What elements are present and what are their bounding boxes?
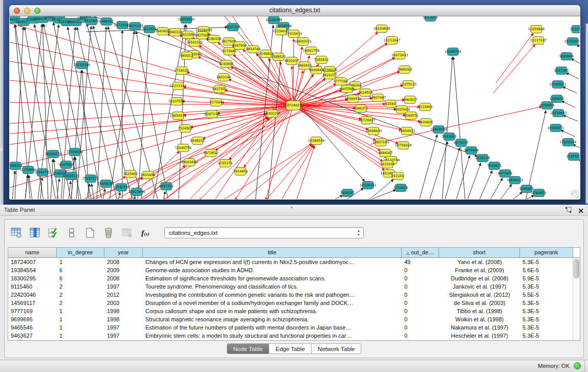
network-canvas[interactable]: 1872400794620921405571471581062069140611… (10, 16, 580, 199)
graph-node[interactable]: 1112544 (570, 26, 580, 33)
column-header-year[interactable]: year (104, 248, 143, 257)
graph-edge[interactable] (560, 130, 575, 137)
graph-node[interactable]: 15751074 (564, 38, 580, 46)
graph-node[interactable]: 11054808 (528, 26, 545, 33)
tab-edge-table[interactable]: Edge Table (269, 343, 311, 354)
graph-node[interactable]: 9777169 (334, 78, 348, 85)
graph-edge[interactable] (496, 33, 533, 83)
graph-node[interactable]: 16961758 (303, 47, 320, 55)
graph-edge[interactable] (187, 72, 293, 105)
graph-edge[interactable] (25, 175, 28, 199)
table-panel-header[interactable]: Table Panel ▴ ✕ (0, 205, 588, 216)
graph-edge[interactable] (134, 197, 135, 199)
graph-node[interactable]: 18640910 (295, 38, 312, 46)
table-row[interactable]: 2242004622012Investigating the contribut… (8, 291, 580, 299)
graph-node[interactable]: 6466161 (99, 18, 114, 26)
graph-node[interactable]: 6979197 (454, 139, 468, 147)
graph-edge[interactable] (228, 79, 293, 105)
graph-node[interactable]: 9097588 (59, 161, 73, 169)
graph-node[interactable]: 9227343 (554, 67, 569, 75)
citation-graph[interactable]: 1872400794620921405571471581062069140611… (10, 16, 580, 199)
graph-node[interactable]: 19756928 (395, 142, 412, 149)
graph-edge[interactable] (94, 16, 478, 157)
table-scrollbar[interactable] (573, 258, 580, 340)
graph-node[interactable]: 12213967 (384, 37, 401, 45)
graph-edge[interactable] (10, 60, 293, 105)
graph-node[interactable]: 9463627 (403, 96, 417, 104)
graph-node[interactable]: 9929969 (559, 53, 574, 60)
graph-edge[interactable] (479, 170, 492, 199)
graph-node[interactable]: 10807487 (369, 94, 386, 102)
graph-node[interactable]: 14093489 (181, 159, 198, 166)
graph-edge[interactable] (293, 105, 399, 144)
graph-node[interactable]: 1527602 (84, 17, 99, 25)
table-row[interactable]: 1456911722003Disruption of a novel membe… (8, 299, 580, 307)
graph-node[interactable]: 8215958 (540, 102, 554, 110)
graph-node[interactable]: 8613054 (423, 16, 438, 21)
select-all-icon[interactable] (47, 226, 60, 239)
graph-node[interactable]: 16782759 (113, 184, 130, 191)
column-header-out_de[interactable]: △out_de… (402, 248, 439, 257)
column-header-in_degree[interactable]: in_degree (57, 248, 104, 257)
table-mode-icon[interactable] (10, 226, 23, 239)
graph-node[interactable]: 16543392 (186, 39, 203, 47)
graph-node[interactable]: 1167553 (567, 153, 580, 161)
graph-node[interactable]: 16154808 (374, 25, 390, 33)
graph-node[interactable]: 8427552 (212, 85, 227, 93)
graph-node[interactable]: 12942757 (34, 169, 51, 177)
graph-node[interactable]: 7524502 (178, 125, 192, 133)
graph-node[interactable]: 7625402 (123, 170, 138, 178)
graph-node[interactable]: 8186328 (207, 35, 221, 43)
graph-edge[interactable] (292, 66, 293, 105)
graph-edge[interactable] (293, 105, 381, 150)
graph-edge[interactable] (138, 116, 268, 199)
table-row[interactable]: 969969511998Structural magnetic resonanc… (8, 315, 580, 323)
graph-node[interactable]: 1244419 (550, 95, 564, 103)
close-panel-icon[interactable]: ✕ (578, 208, 584, 214)
graph-node[interactable]: 20206576 (45, 150, 62, 158)
table-row[interactable]: 1830029562008Estimation of significance … (8, 274, 580, 282)
graph-node[interactable]: 1621077 (322, 72, 337, 79)
graph-node[interactable]: 1615192 (380, 161, 395, 168)
graph-node[interactable]: 5873833 (204, 149, 218, 157)
graph-edge[interactable] (429, 142, 448, 199)
panel-collapse-arrow-icon[interactable] (1, 147, 3, 151)
graph-edge[interactable] (467, 163, 481, 199)
graph-edge[interactable] (214, 118, 269, 199)
graph-node[interactable]: 9115460 (418, 103, 432, 111)
graph-edge[interactable] (566, 73, 579, 79)
graph-node[interactable]: 9699695 (419, 119, 433, 126)
graph-node[interactable]: 1491448 (141, 171, 155, 179)
splitter-handle-icon[interactable]: ▴ (291, 205, 293, 209)
graph-node[interactable]: 18724007 (285, 101, 302, 110)
graph-node[interactable]: 252254 (391, 172, 404, 180)
table-row[interactable]: 1872400712008Changes of HCN gene express… (8, 258, 580, 266)
graph-node[interactable]: 9242848 (219, 60, 233, 68)
scrollbar-thumb[interactable] (574, 259, 579, 278)
rows-icon[interactable] (65, 226, 78, 239)
graph-node[interactable]: 7632621 (487, 162, 502, 170)
graph-edge[interactable] (561, 101, 575, 107)
graph-node[interactable]: 8990443 (309, 67, 323, 74)
column-header-name[interactable]: name (8, 248, 57, 257)
graph-edge[interactable] (76, 26, 91, 199)
graph-node[interactable]: 9457791 (159, 183, 173, 190)
graph-node[interactable]: 7986372 (354, 105, 368, 113)
graph-node[interactable]: 7914456 (233, 168, 248, 176)
graph-node[interactable]: 8267130 (205, 111, 219, 118)
graph-node[interactable]: 2718120 (175, 67, 189, 75)
graph-node[interactable]: 3684067 (378, 149, 393, 157)
memory-ok-icon[interactable] (574, 362, 581, 369)
graph-node[interactable]: 1588520 (271, 53, 286, 61)
graph-edge[interactable] (577, 45, 580, 51)
graph-node[interactable]: 82160 (385, 100, 396, 108)
graph-node[interactable]: 7485063 (398, 66, 412, 74)
graph-node[interactable]: 12217997 (530, 37, 547, 45)
graph-edge[interactable] (511, 192, 522, 199)
tab-node-table[interactable]: Node Table (227, 343, 270, 354)
graph-node[interactable]: 19384554 (308, 137, 325, 145)
column-header-pagerank[interactable]: pagerank (520, 248, 573, 257)
graph-node[interactable]: 1733426 (394, 184, 408, 192)
delete-column-icon[interactable] (102, 226, 115, 239)
graph-node[interactable]: 9549576 (404, 112, 418, 120)
